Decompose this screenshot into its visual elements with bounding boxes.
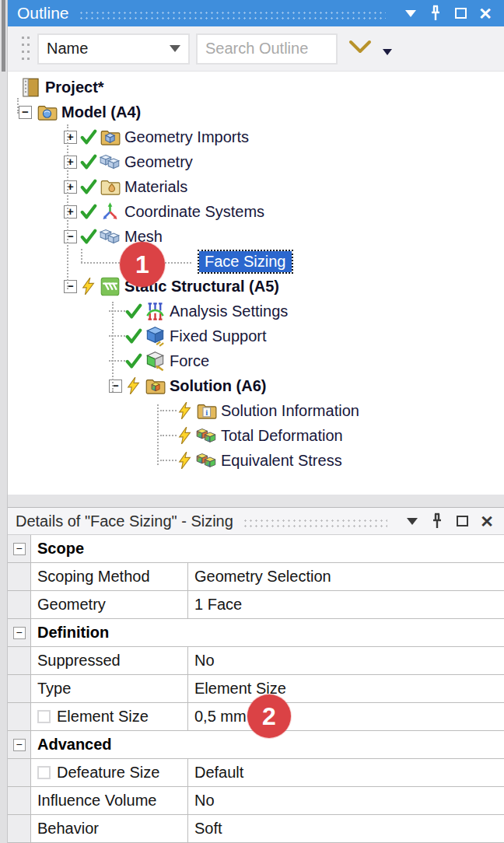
details-row-gutter: − — [8, 619, 31, 646]
tree-item-label[interactable]: Analysis Settings — [170, 303, 288, 320]
toolbar-grip-icon[interactable] — [20, 34, 31, 64]
collapse-group-toggle-icon[interactable]: − — [13, 627, 26, 639]
property-value-behavior[interactable]: Soft — [188, 815, 504, 842]
more-options-arrow-icon[interactable] — [383, 49, 392, 55]
property-name: Geometry — [37, 596, 106, 614]
tree-item-fixed-support[interactable]: Fixed Support — [8, 324, 504, 348]
expand-toggle-icon[interactable]: + — [64, 131, 77, 144]
tree-item-analysis-settings[interactable]: Analysis Settings — [8, 299, 504, 324]
details-titlebar[interactable]: Details of "Face Sizing" - Sizing ✕ — [8, 507, 504, 535]
tree-item-model-a4[interactable]: −Model (A4) — [8, 100, 504, 124]
tree-connector — [160, 435, 177, 436]
tree-connector — [67, 124, 68, 289]
folder-cube-icon — [100, 127, 121, 148]
status-check-icon — [80, 153, 97, 170]
details-row-gutter — [8, 759, 31, 786]
property-value-type[interactable]: Element Size — [188, 675, 504, 702]
tree-item-label[interactable]: Total Deformation — [221, 427, 343, 445]
pin-icon[interactable] — [426, 4, 445, 23]
tree-item-equivalent-stress[interactable]: Equivalent Stress — [8, 448, 504, 473]
panel-menu-chevron-down-icon[interactable] — [403, 512, 422, 530]
details-property-label: Element Size — [31, 703, 188, 730]
tree-item-label[interactable]: Fixed Support — [170, 327, 267, 345]
maximize-icon[interactable] — [453, 512, 471, 530]
status-lightning-icon — [177, 452, 194, 469]
tree-item-label[interactable]: Face Sizing — [199, 251, 292, 272]
details-group-definition: −Definition — [8, 619, 504, 647]
tree-item-label[interactable]: Materials — [124, 178, 187, 196]
property-value-element-size[interactable]: 0,5 mm — [188, 703, 504, 730]
tree-item-label[interactable]: Equivalent Stress — [221, 452, 342, 470]
collapse-toggle-icon[interactable]: − — [19, 106, 32, 119]
collapse-group-toggle-icon[interactable]: − — [13, 543, 26, 555]
panel-menu-chevron-down-icon[interactable] — [401, 4, 420, 23]
tree-item-static-structural-a5[interactable]: −Static Structural (A5) — [8, 274, 504, 299]
property-name: Type — [37, 680, 71, 698]
filter-type-dropdown[interactable]: Name — [37, 33, 190, 65]
dock-splitter-handle[interactable] — [2, 0, 5, 72]
status-check-icon — [125, 352, 142, 369]
tree-item-project[interactable]: Project* — [8, 75, 504, 100]
tree-item-coordinate-systems[interactable]: +Coordinate Systems — [8, 199, 504, 224]
outline-titlebar[interactable]: Outline ✕ — [8, 0, 504, 26]
tree-item-label[interactable]: Solution (A6) — [170, 377, 266, 395]
property-value-influence-volume[interactable]: No — [188, 787, 504, 814]
outline-panel: Outline ✕ Name — [8, 0, 504, 495]
tree-item-force[interactable]: Force — [8, 348, 504, 373]
tree-connector — [112, 302, 114, 392]
property-value-defeature-size[interactable]: Default — [188, 759, 504, 786]
details-property-label: Type — [31, 675, 188, 702]
property-value-scoping-method[interactable]: Geometry Selection — [188, 563, 504, 590]
status-check-icon — [80, 203, 97, 220]
expand-search-chevron-icon[interactable] — [348, 40, 372, 58]
close-icon[interactable]: ✕ — [476, 4, 495, 23]
collapse-toggle-icon[interactable]: − — [109, 380, 122, 393]
checkbox[interactable] — [37, 710, 51, 723]
close-icon[interactable]: ✕ — [478, 512, 496, 530]
tree-item-label[interactable]: Project* — [45, 79, 104, 96]
status-lightning-icon — [80, 278, 97, 295]
expand-toggle-icon[interactable]: + — [64, 180, 77, 194]
tree-item-geometry-imports[interactable]: +Geometry Imports — [8, 124, 504, 149]
pin-icon[interactable] — [428, 512, 446, 530]
details-row-gutter — [8, 591, 31, 618]
status-check-icon — [80, 178, 97, 195]
titlebar-texture — [243, 518, 387, 527]
tree-item-label[interactable]: Geometry — [124, 153, 193, 171]
outline-toolbar: Name — [8, 26, 504, 72]
tree-item-total-deformation[interactable]: Total Deformation — [8, 423, 504, 448]
expand-toggle-icon[interactable]: + — [64, 156, 77, 169]
tree-item-materials[interactable]: +Materials — [8, 174, 504, 199]
tree-item-label[interactable]: Model (A4) — [61, 103, 141, 121]
property-value-geometry[interactable]: 1 Face — [188, 591, 504, 618]
status-check-icon — [80, 128, 97, 145]
details-row-gutter — [8, 563, 31, 590]
tree-item-label[interactable]: Geometry Imports — [124, 128, 249, 146]
details-row-gutter — [8, 703, 31, 730]
tree-item-solution-information[interactable]: iSolution Information — [8, 398, 504, 423]
result-icon — [196, 425, 217, 446]
expand-toggle-icon[interactable]: + — [64, 205, 77, 219]
property-value-suppressed[interactable]: No — [188, 647, 504, 674]
tree-item-label[interactable]: Force — [170, 352, 209, 370]
model-icon — [37, 102, 58, 123]
status-check-icon — [125, 303, 142, 320]
property-name: Element Size — [57, 708, 149, 726]
details-group-advanced: −Advanced — [8, 731, 504, 759]
checkbox[interactable] — [37, 766, 51, 779]
collapse-toggle-icon[interactable]: − — [64, 230, 77, 243]
collapse-toggle-icon[interactable]: − — [64, 280, 77, 293]
collapse-group-toggle-icon[interactable]: − — [13, 739, 26, 751]
tree-item-geometry[interactable]: +Geometry — [8, 149, 504, 174]
tree-item-label[interactable]: Coordinate Systems — [124, 203, 264, 221]
tree-connector — [160, 460, 177, 461]
tree-item-solution-a6[interactable]: −Solution (A6) — [8, 373, 504, 398]
result-icon — [196, 450, 217, 471]
maximize-icon[interactable] — [451, 4, 470, 23]
status-lightning-icon — [177, 402, 194, 419]
details-row-gutter: − — [8, 535, 31, 562]
tree-item-mesh[interactable]: −Mesh — [8, 224, 504, 249]
search-outline-input[interactable] — [196, 33, 338, 65]
tree-item-label[interactable]: Solution Information — [221, 402, 359, 420]
coords-icon — [100, 201, 121, 222]
